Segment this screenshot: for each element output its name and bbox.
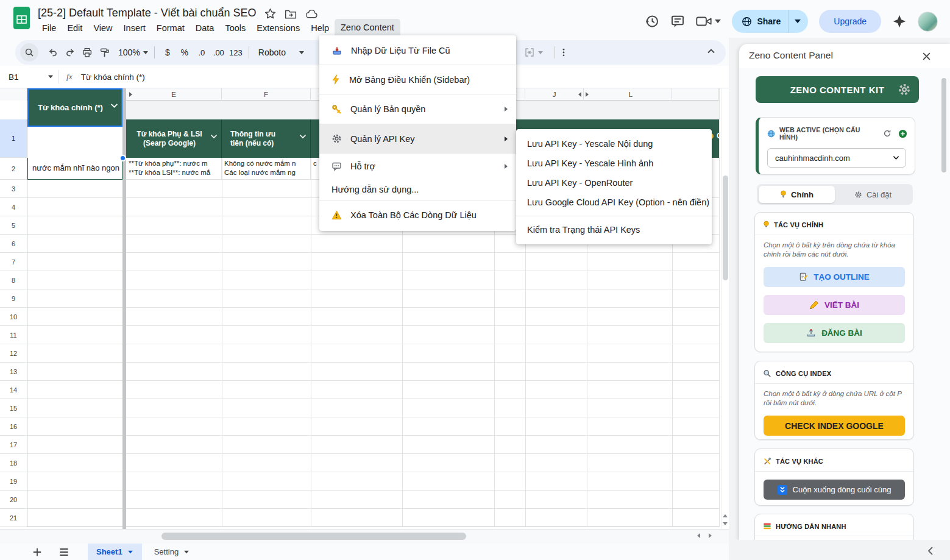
row-header[interactable]: 2: [0, 158, 27, 180]
row-header[interactable]: 19: [0, 472, 27, 491]
sheet-tab-caret-icon[interactable]: [184, 550, 189, 553]
gemini-sparkle-icon[interactable]: [892, 14, 907, 29]
cell-E2[interactable]: **Từ khóa phụ**: nước m**Từ khóa LSI**: …: [126, 158, 222, 180]
create-outline-button[interactable]: TẠO OUTLINE: [764, 267, 905, 287]
decrease-decimal-button[interactable]: .0: [193, 44, 210, 61]
submenu-item-yescale-content[interactable]: Lưu API Key - Yescale Nội dung: [516, 134, 712, 154]
star-icon[interactable]: [264, 8, 276, 19]
more-toolbar-button[interactable]: [555, 44, 572, 61]
sheets-logo-icon[interactable]: [13, 7, 30, 29]
undo-button[interactable]: [44, 44, 62, 61]
row-header[interactable]: 1: [0, 119, 27, 158]
collapse-sidebar-button[interactable]: [926, 545, 935, 556]
submenu-item-check-status[interactable]: Kiểm tra Trạng thái API Keys: [516, 220, 712, 239]
chevron-down-icon[interactable]: [110, 103, 118, 108]
menu-format[interactable]: Format: [151, 21, 190, 35]
row-header[interactable]: 18: [0, 454, 27, 472]
font-family-select[interactable]: Roboto: [253, 44, 306, 61]
row-header[interactable]: 11: [0, 326, 27, 344]
row-header[interactable]: 9: [0, 289, 27, 308]
submenu-item-openrouter[interactable]: Lưu API Key - OpenRouter: [516, 173, 712, 193]
submenu-item-yescale-image[interactable]: Lưu API Key - Yescale Hình ảnh: [516, 154, 712, 173]
scroll-up-icon[interactable]: [723, 514, 728, 517]
increase-decimal-button[interactable]: .00: [210, 44, 227, 61]
all-sheets-icon[interactable]: [58, 547, 69, 557]
menu-file[interactable]: File: [37, 21, 62, 35]
document-title[interactable]: [25-2] Default Template - Viết bài chuẩn…: [38, 7, 257, 19]
row-header[interactable]: 20: [0, 491, 27, 509]
menu-item-license[interactable]: Quản lý Bản quyền: [319, 94, 516, 124]
sheet-tab-sheet1[interactable]: Sheet1: [88, 544, 142, 560]
sheet-tab-caret-icon[interactable]: [128, 550, 133, 553]
number-format-button[interactable]: 123: [227, 44, 244, 61]
publish-button[interactable]: ĐĂNG BÀI: [764, 323, 905, 343]
config-select[interactable]: cauhinhmacdinh.com: [767, 148, 906, 168]
menu-insert[interactable]: Insert: [118, 21, 151, 35]
tab-cai-dat[interactable]: Cài đặt: [835, 186, 911, 203]
collapse-right-icon[interactable]: [578, 92, 581, 97]
name-box[interactable]: B1: [0, 73, 58, 82]
sheet-tab-setting[interactable]: Setting: [146, 544, 198, 560]
row-header[interactable]: 3: [0, 180, 27, 198]
format-percent-button[interactable]: %: [176, 44, 193, 61]
share-dropdown[interactable]: [789, 10, 808, 33]
scroll-down-icon[interactable]: [723, 522, 728, 525]
row-header[interactable]: 7: [0, 253, 27, 271]
menu-item-user-guide[interactable]: Hướng dẫn sử dụng...: [319, 179, 516, 200]
menu-tools[interactable]: Tools: [219, 21, 251, 35]
column-header-J[interactable]: J: [525, 88, 584, 101]
vertical-scrollbar[interactable]: [721, 88, 729, 529]
print-button[interactable]: [79, 44, 96, 61]
row-header[interactable]: 14: [0, 381, 27, 399]
collapse-toolbar-button[interactable]: [705, 45, 717, 57]
panel-scroll-thumb[interactable]: [941, 78, 946, 172]
paint-format-button[interactable]: [96, 44, 113, 61]
row-header[interactable]: 6: [0, 235, 27, 253]
move-folder-icon[interactable]: [285, 9, 297, 19]
menu-item-delete-all-rows[interactable]: Xóa Toàn Bộ Các Dòng Dữ Liệu: [319, 200, 516, 230]
submenu-item-google-cloud[interactable]: Lưu Google Cloud API Key (Option - nên đ…: [516, 193, 712, 212]
merge-cells-button[interactable]: [522, 44, 545, 61]
chevron-down-icon[interactable]: [299, 134, 307, 139]
column-header-M[interactable]: [672, 88, 719, 101]
row-header[interactable]: 4: [0, 198, 27, 216]
refresh-icon[interactable]: [883, 129, 892, 138]
comments-icon[interactable]: [670, 14, 685, 29]
menu-edit[interactable]: Edit: [62, 21, 88, 35]
toolbar-search-button[interactable]: [20, 43, 38, 62]
redo-button[interactable]: [62, 44, 79, 61]
scroll-to-last-row-button[interactable]: Cuộn xuống dòng cuối cùng: [764, 480, 905, 500]
add-sheet-icon[interactable]: [32, 547, 43, 558]
tab-chinh[interactable]: Chính: [759, 186, 835, 203]
selection-fill-handle[interactable]: [119, 155, 126, 161]
menu-item-api-key[interactable]: Quản lý API Key: [319, 124, 516, 153]
expand-left-icon[interactable]: [129, 92, 132, 97]
header-cell-E1[interactable]: Từ khóa Phụ & LSI(Searp Google): [126, 119, 222, 158]
vertical-scroll-thumb[interactable]: [723, 175, 728, 280]
row-header[interactable]: 10: [0, 308, 27, 326]
row-header[interactable]: 5: [0, 216, 27, 235]
version-history-icon[interactable]: [645, 14, 659, 29]
panel-close-button[interactable]: [921, 51, 932, 62]
scroll-right-icon[interactable]: [709, 533, 712, 538]
menu-zeno-content[interactable]: Zeno Content: [335, 19, 400, 37]
menu-data[interactable]: Data: [190, 21, 220, 35]
menu-help[interactable]: Help: [305, 21, 335, 35]
row-header[interactable]: 8: [0, 271, 27, 289]
add-config-icon[interactable]: [898, 129, 907, 138]
menu-view[interactable]: View: [88, 21, 118, 35]
write-article-button[interactable]: VIẾT BÀI: [764, 295, 905, 315]
cloud-status-icon[interactable]: [305, 9, 318, 19]
menu-item-open-sidebar[interactable]: Mở Bảng Điều Khiển (Sidebar): [319, 65, 516, 94]
row-header[interactable]: 17: [0, 436, 27, 454]
hidden-column-gap[interactable]: [584, 88, 590, 101]
row-header[interactable]: 16: [0, 417, 27, 436]
scroll-left-icon[interactable]: [697, 533, 700, 538]
column-header-F[interactable]: F: [222, 88, 311, 101]
horizontal-scrollbar[interactable]: [0, 529, 729, 544]
select-all-corner[interactable]: [0, 88, 27, 101]
cell-B2[interactable]: nước mắm nhĩ nào ngon n: [27, 158, 122, 180]
vertical-scroll-arrows[interactable]: [723, 514, 728, 525]
chevron-down-icon[interactable]: [210, 134, 218, 139]
check-index-google-button[interactable]: CHECK INDEX GOOGLE: [764, 416, 905, 436]
